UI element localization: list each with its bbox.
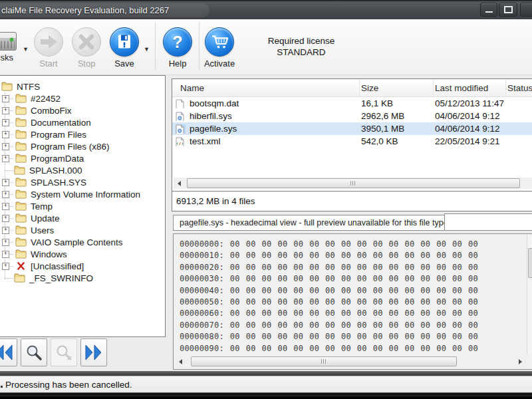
file-row[interactable]: test.xml542,0 KB22/05/2014 9:21 bbox=[172, 135, 532, 148]
close-button[interactable] bbox=[520, 3, 532, 17]
tree-item[interactable]: +Documentation bbox=[0, 116, 165, 128]
window-bottom-border bbox=[0, 392, 532, 399]
expand-toggle-icon[interactable]: + bbox=[2, 239, 9, 246]
folder-icon bbox=[15, 154, 27, 163]
magnifier-icon bbox=[25, 343, 43, 362]
disks-dropdown-icon[interactable]: ▼ bbox=[23, 47, 29, 53]
folder-icon bbox=[15, 237, 27, 247]
expand-toggle-icon[interactable]: + bbox=[2, 263, 9, 270]
folder-icon bbox=[15, 94, 27, 103]
tree-item[interactable]: +Temp bbox=[0, 200, 165, 212]
start-label: Start bbox=[30, 59, 67, 68]
disk-drive-icon bbox=[0, 32, 17, 51]
save-button[interactable]: Save ▼ bbox=[106, 27, 143, 68]
file-row[interactable]: pagefile.sys3950,1 MB04/06/2014 9:12 bbox=[172, 122, 532, 135]
file-list-hscrollbar[interactable] bbox=[174, 178, 532, 189]
expand-toggle-icon[interactable]: + bbox=[2, 131, 9, 138]
double-right-arrow-icon bbox=[84, 344, 104, 361]
status-bar: Processing has been cancelled. bbox=[0, 376, 532, 393]
minimize-button[interactable] bbox=[480, 3, 497, 17]
start-arrow-icon bbox=[34, 27, 63, 57]
folder-icon bbox=[15, 213, 27, 223]
scrollbar-grip-icon bbox=[321, 359, 327, 364]
hex-hscrollbar[interactable] bbox=[175, 356, 525, 367]
hex-line: 00000060: 00 00 00 00 00 00 00 00 00 00 … bbox=[180, 308, 525, 319]
tree-item-root[interactable]: NTFS bbox=[0, 80, 165, 92]
expand-toggle-icon[interactable]: + bbox=[2, 179, 9, 186]
expand-toggle-icon[interactable]: + bbox=[2, 227, 9, 234]
folder-icon bbox=[14, 166, 25, 175]
scrollbar-track[interactable] bbox=[184, 178, 532, 188]
xml-file-icon bbox=[176, 137, 186, 146]
expand-toggle-icon[interactable]: + bbox=[2, 191, 9, 198]
tree-item[interactable]: +VAIO Sample Contents bbox=[0, 236, 165, 248]
file-row[interactable]: hiberfil.sys2962,6 MB04/06/2014 9:12 bbox=[172, 110, 532, 122]
tree-item[interactable]: +System Volume Information bbox=[0, 188, 165, 200]
file-list-rows: bootsqm.dat16,1 KB05/12/2013 11:47hiberf… bbox=[172, 97, 532, 148]
tree-item[interactable]: +SPLASH.SYS bbox=[0, 176, 165, 188]
column-header-name[interactable]: Name bbox=[172, 79, 360, 96]
tree-item[interactable]: _FS_SWRINFO bbox=[0, 272, 165, 284]
selection-summary: 6913,2 MB in 4 files bbox=[172, 191, 532, 211]
file-size-cell: 2962,6 MB bbox=[360, 111, 434, 121]
tree-item[interactable]: +ProgramData bbox=[0, 152, 165, 164]
expand-toggle-icon[interactable]: + bbox=[2, 119, 9, 126]
tree-item-label: Windows bbox=[31, 249, 67, 259]
folder-tree-rows: NTFS+#22452+ComboFix+Documentation+Progr… bbox=[0, 80, 165, 284]
search-button[interactable] bbox=[21, 338, 47, 366]
jump-previous-button[interactable] bbox=[0, 338, 17, 366]
hex-line: 00000070: 00 00 00 00 00 00 00 00 00 00 … bbox=[180, 320, 525, 331]
tree-item[interactable]: +ComboFix bbox=[0, 104, 165, 116]
tree-item[interactable]: +Users bbox=[0, 224, 165, 236]
system-file-icon bbox=[176, 124, 186, 134]
tree-item[interactable]: +[Unclassified] bbox=[0, 260, 165, 272]
scrollbar-track[interactable] bbox=[186, 356, 515, 366]
help-button[interactable]: ? Help bbox=[159, 27, 196, 68]
tree-item[interactable]: SPLASH.000 bbox=[0, 164, 165, 176]
file-name-cell: hiberfil.sys bbox=[172, 111, 360, 121]
hex-line: 00000040: 00 00 00 00 00 00 00 00 00 00 … bbox=[180, 285, 525, 297]
file-row[interactable]: bootsqm.dat16,1 KB05/12/2013 11:47 bbox=[172, 97, 532, 110]
column-header-last-modified[interactable]: Last modified bbox=[434, 79, 506, 96]
hex-vscrollbar[interactable] bbox=[527, 235, 532, 354]
tree-item[interactable]: +Update bbox=[0, 212, 165, 224]
expand-toggle-icon[interactable]: + bbox=[2, 95, 9, 102]
preview-tab-strip bbox=[444, 213, 532, 231]
tree-item[interactable]: +Program Files bbox=[0, 128, 165, 140]
scrollbar-thumb[interactable] bbox=[528, 248, 532, 278]
folder-icon bbox=[15, 201, 27, 211]
expand-toggle-icon[interactable]: + bbox=[2, 251, 9, 258]
tree-item[interactable]: +Program Files (x86) bbox=[0, 140, 165, 152]
scrollbar-thumb[interactable] bbox=[191, 356, 457, 366]
preview-tab[interactable]: pagefile.sys - hexadecimal view - full p… bbox=[173, 215, 455, 231]
search-cancel-button bbox=[51, 338, 77, 366]
file-name-cell: test.xml bbox=[172, 136, 360, 146]
save-floppy-icon bbox=[110, 27, 139, 57]
expand-toggle-icon[interactable]: + bbox=[2, 155, 9, 162]
expand-toggle-icon[interactable]: + bbox=[2, 203, 9, 210]
file-list-header: NameSizeLast modifiedStatus bbox=[172, 79, 532, 97]
save-dropdown-icon[interactable]: ▼ bbox=[144, 47, 150, 53]
jump-next-button[interactable] bbox=[80, 338, 107, 366]
tree-item-label: [Unclassified] bbox=[31, 261, 84, 271]
scroll-right-icon[interactable] bbox=[515, 356, 525, 366]
expand-toggle-icon[interactable]: + bbox=[2, 107, 9, 114]
disks-button[interactable]: Disks ▼ bbox=[0, 27, 25, 63]
tree-item-label: ComboFix bbox=[31, 106, 72, 116]
scrollbar-thumb[interactable] bbox=[187, 178, 520, 188]
scroll-left-icon[interactable] bbox=[174, 178, 184, 188]
column-header-status[interactable]: Status bbox=[506, 79, 532, 96]
start-button: Start bbox=[30, 27, 67, 68]
column-header-size[interactable]: Size bbox=[360, 79, 434, 96]
tree-item-label: Program Files bbox=[31, 130, 86, 140]
tree-item-label: NTFS bbox=[17, 82, 40, 92]
file-name: hiberfil.sys bbox=[190, 111, 232, 121]
tree-item[interactable]: +Windows bbox=[0, 248, 165, 260]
maximize-button[interactable] bbox=[499, 3, 517, 17]
tree-item[interactable]: +#22452 bbox=[0, 92, 165, 104]
expand-toggle-icon[interactable]: + bbox=[2, 215, 9, 222]
scroll-left-icon[interactable] bbox=[175, 356, 186, 366]
tree-item-label: Temp bbox=[31, 201, 53, 211]
activate-button[interactable]: Activate bbox=[201, 27, 238, 68]
expand-toggle-icon[interactable]: + bbox=[2, 143, 9, 150]
